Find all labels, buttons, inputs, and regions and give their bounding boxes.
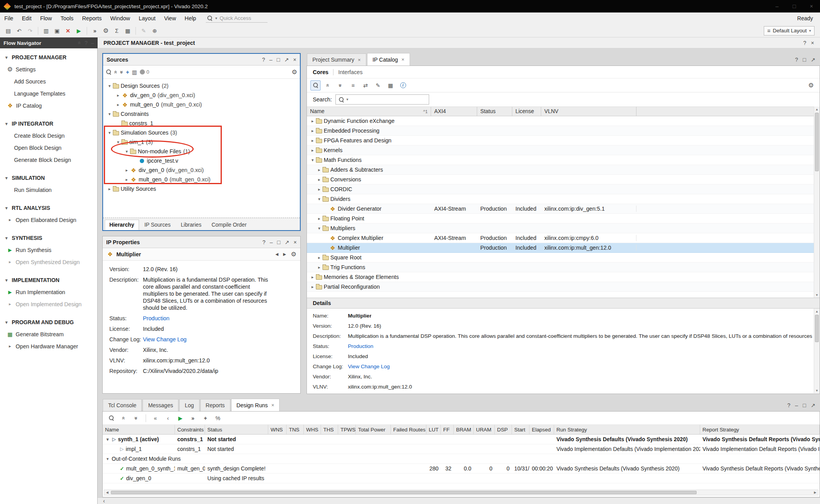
bottom-tab-design-runs[interactable]: Design Runs (231, 399, 280, 411)
column-header-axi4[interactable]: AXI4 (431, 107, 477, 116)
help-icon[interactable] (787, 403, 790, 408)
float-icon[interactable] (803, 57, 806, 62)
run-column-whs[interactable]: WHS (304, 425, 321, 434)
run-row-impl-1[interactable]: impl_1constrs_1Not startedVivado Impleme… (103, 444, 820, 454)
property-value[interactable]: View Change Log (348, 363, 390, 370)
scroll-left-icon[interactable]: ◀ (104, 490, 110, 495)
expand-toggle[interactable] (3, 176, 10, 180)
expand-toggle[interactable] (309, 158, 316, 162)
float-icon[interactable] (277, 240, 280, 245)
search-toggle[interactable] (310, 80, 321, 91)
flow-item-open-block-design[interactable]: Open Block Design (0, 142, 97, 154)
source-node-design-sources[interactable]: Design Sources(2) (103, 81, 300, 91)
column-header-license[interactable]: License (512, 107, 541, 116)
run-column-name[interactable]: Name (103, 425, 175, 434)
expand-toggle[interactable] (123, 177, 130, 182)
catalog-row-multiplier[interactable]: MultiplierProductionIncludedxilinx.com:i… (307, 243, 814, 253)
maximize-button[interactable] (786, 0, 803, 12)
scroll-down-icon[interactable]: ▼ (814, 292, 820, 298)
flow-item-ip-catalog[interactable]: IP Catalog (0, 99, 97, 112)
expand-toggle[interactable] (316, 177, 323, 182)
column-header-status[interactable]: Status (477, 107, 512, 116)
source-node-non-module-files[interactable]: Non-module Files(1) (103, 147, 300, 156)
expand-toggle[interactable] (123, 149, 130, 154)
source-node-ipcore-test-v[interactable]: ipcore_test.v (103, 156, 300, 165)
property-value[interactable]: Production (143, 315, 169, 322)
maximize-icon[interactable] (811, 403, 815, 408)
editor-tab-project-summary[interactable]: Project Summary (307, 53, 366, 66)
column-header-vlnv[interactable]: VLNV (541, 107, 636, 116)
expand-toggle[interactable] (316, 256, 323, 260)
maximize-icon[interactable] (285, 240, 289, 245)
percentage-icon[interactable] (213, 413, 223, 423)
catalog-row-fpga-features-and-design[interactable]: FPGA Features and Design (307, 136, 814, 146)
expand-toggle[interactable] (106, 187, 113, 191)
expand-toggle[interactable] (309, 129, 316, 133)
source-node-mult-gen-0[interactable]: mult_gen_0(mult_gen_0.xci) (103, 175, 300, 184)
expand-toggle[interactable] (316, 226, 323, 231)
add-sources-icon[interactable] (126, 69, 129, 75)
catalog-row-adders-subtracters[interactable]: Adders & Subtracters (307, 165, 814, 175)
help-icon[interactable] (795, 57, 798, 62)
undo-icon[interactable] (14, 26, 24, 36)
run-row-out-of-context-module-runs[interactable]: Out-of-Context Module Runs (103, 454, 820, 464)
expand-toggle[interactable] (309, 119, 316, 123)
collapse-all-icon[interactable] (113, 71, 119, 74)
create-run-icon[interactable] (200, 413, 210, 423)
details-scrollbar[interactable]: ▲ ▼ (814, 309, 820, 393)
source-node-utility-sources[interactable]: Utility Sources (103, 184, 300, 193)
file-icon[interactable] (132, 69, 137, 75)
catalog-row-trig-functions[interactable]: Trig Functions (307, 263, 814, 272)
sources-tab-libraries[interactable]: Libraries (176, 220, 206, 230)
collapse-all-icon[interactable] (323, 80, 333, 91)
fast-forward-icon[interactable] (90, 26, 100, 36)
flow-section-implementation[interactable]: IMPLEMENTATION (0, 274, 97, 286)
source-node-constrs-1[interactable]: constrs_1 (103, 119, 300, 128)
expand-toggle[interactable] (3, 236, 10, 240)
catalog-row-divider-generator[interactable]: Divider GeneratorAXI4-StreamProductionIn… (307, 204, 814, 214)
minimize-icon[interactable] (269, 57, 273, 62)
run-column-lut[interactable]: LUT (426, 425, 441, 434)
run-column-elapsed[interactable]: Elapsed (529, 425, 554, 434)
minimize-icon[interactable] (270, 240, 273, 245)
run-column-total-power[interactable]: Total Power (356, 425, 391, 434)
flow-item-open-elaborated-design[interactable]: Open Elaborated Design (0, 214, 97, 226)
expand-toggle[interactable] (3, 206, 10, 210)
catalog-row-dividers[interactable]: Dividers (307, 194, 814, 204)
run-column-tpws[interactable]: TPWS (338, 425, 356, 434)
horizontal-scrollbar[interactable]: ◀ ▶ (104, 490, 818, 495)
run-icon[interactable] (74, 26, 84, 36)
menu-help[interactable]: Help (180, 12, 200, 24)
flow-section-ip-integrator[interactable]: IP INTEGRATOR (0, 118, 97, 130)
help-icon[interactable] (262, 240, 266, 245)
expand-toggle[interactable] (106, 112, 113, 116)
close-button[interactable] (803, 0, 820, 12)
settings-gear-icon[interactable] (292, 69, 297, 75)
expand-toggle[interactable] (7, 344, 13, 348)
catalog-row-dynamic-function-exchange[interactable]: Dynamic Function eXchange (307, 116, 814, 126)
expand-toggle[interactable] (3, 122, 10, 126)
float-icon[interactable] (803, 403, 806, 408)
scrollbar-thumb[interactable] (111, 491, 697, 494)
expand-toggle[interactable] (316, 168, 323, 172)
delete-icon[interactable] (63, 26, 73, 36)
catalog-row-kernels[interactable]: Kernels (307, 146, 814, 155)
bottom-tab-log[interactable]: Log (179, 399, 199, 411)
expand-toggle[interactable] (3, 278, 10, 282)
expand-toggle[interactable] (316, 265, 323, 270)
run-column-report-strategy[interactable]: Report Strategy (700, 425, 820, 434)
report-icon[interactable] (41, 26, 51, 36)
maximize-icon[interactable] (811, 57, 815, 62)
search-button[interactable] (106, 413, 116, 423)
menu-file[interactable]: File (0, 12, 18, 24)
flow-item-open-hardware-manager[interactable]: Open Hardware Manager (0, 340, 97, 352)
expand-toggle[interactable] (115, 103, 121, 107)
expand-toggle[interactable] (316, 187, 323, 192)
flow-section-rtl-analysis[interactable]: RTL ANALYSIS (0, 202, 97, 214)
run-column-wns[interactable]: WNS (268, 425, 287, 434)
flow-item-run-simulation[interactable]: Run Simulation (0, 184, 97, 196)
step-back-icon[interactable] (163, 413, 173, 423)
source-node-simulation-sources[interactable]: Simulation Sources(3) (103, 128, 300, 137)
expand-toggle[interactable] (3, 320, 10, 325)
run-column-bram[interactable]: BRAM (454, 425, 474, 434)
